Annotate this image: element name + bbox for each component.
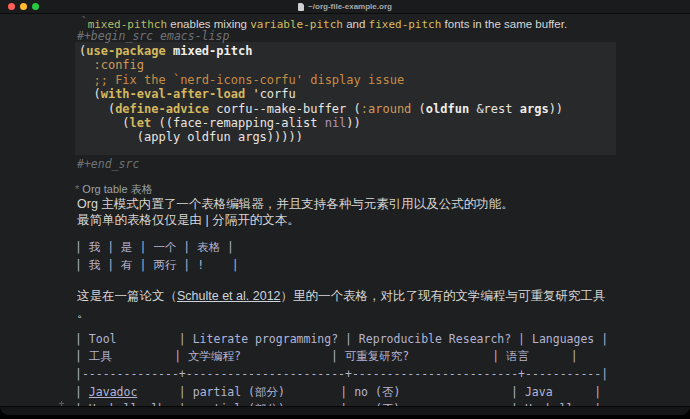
paper-table[interactable]: | Tool | Literate programming? | Reprodu… xyxy=(75,331,690,415)
text-segment: args xyxy=(520,102,549,116)
text-segment: 这是在一篇论文（ xyxy=(77,289,177,303)
text-segment: define-advice xyxy=(115,102,209,116)
text-segment: &rest xyxy=(469,102,520,116)
src-end-line[interactable]: #+end_src xyxy=(77,158,690,170)
document-icon xyxy=(298,3,304,11)
code-line[interactable]: :config xyxy=(79,58,616,72)
link-schulte-2012[interactable]: Schulte et al. 2012 xyxy=(177,289,281,303)
src-begin-line[interactable]: #+begin_src emacs-lisp xyxy=(77,30,690,42)
titlebar[interactable]: ~/org-file-example.org xyxy=(0,0,690,14)
text-segment: let xyxy=(130,116,152,130)
table-row[interactable]: | Tool | Literate programming? | Reprodu… xyxy=(75,331,690,349)
table-row[interactable]: | Javadoc | partial (部分) | no (否) | Java… xyxy=(75,384,690,402)
text-segment: )) xyxy=(346,116,360,130)
text-segment: 'corfu xyxy=(245,87,296,101)
text-segment xyxy=(79,73,93,87)
text-segment: Org table 表格 xyxy=(82,183,152,195)
text-segment: variable-pitch xyxy=(250,18,343,31)
text-segment: and xyxy=(343,18,369,30)
screen: { "window": { "title": "~/org-file-examp… xyxy=(0,0,690,419)
text-segment: | Tool | Literate programming? | Reprodu… xyxy=(75,332,608,346)
text-segment: ( xyxy=(411,102,425,116)
text-segment: | xyxy=(75,385,89,399)
code-line[interactable]: (apply oldfun args))))) xyxy=(79,130,616,144)
text-segment: with-eval-after-load xyxy=(101,87,246,101)
table-row[interactable]: | 工具 | 文学编程? | 可重复研究? | 语言 | xyxy=(75,348,690,366)
text-segment: ` xyxy=(81,15,88,28)
window-bottom-edge xyxy=(0,406,690,415)
simple-table[interactable]: | 我 | 是 | 一个 | 表格 || 我 | 有 | 两行 | ! | xyxy=(75,238,690,274)
text-segment xyxy=(166,44,173,58)
text-segment: )) xyxy=(549,102,563,116)
emacs-window: ~/org-file-example.org `mixed-pithch ena… xyxy=(0,0,690,415)
citation-paragraph[interactable]: 这是在一篇论文（Schulte et al. 2012）里的一个表格，对比了现有… xyxy=(77,288,690,305)
table-row[interactable]: | 我 | 有 | 两行 | ! | xyxy=(75,256,690,274)
paragraph-2[interactable]: 最简单的表格仅仅是由 | 分隔开的文本。 xyxy=(77,212,690,229)
intro-line[interactable]: `mixed-pithch enables mixing variable-pi… xyxy=(81,14,690,30)
code-block[interactable]: (use-package mixed-pitch :config ;; Fix … xyxy=(75,42,616,155)
text-segment: ;; Fix the `nerd-icons-corfu' display is… xyxy=(93,73,404,87)
text-segment: oldfun xyxy=(426,102,469,116)
code-line[interactable]: (use-package mixed-pitch xyxy=(79,44,616,58)
org-heading[interactable]: * Org table 表格 xyxy=(75,182,690,196)
text-segment: |--------------+-----------------------+… xyxy=(75,367,608,381)
link-javadoc[interactable]: Javadoc xyxy=(89,385,137,399)
text-segment: corfu--make-buffer ( xyxy=(209,102,361,116)
code-line[interactable]: ;; Fix the `nerd-icons-corfu' display is… xyxy=(79,73,616,87)
window-title-area: ~/org-file-example.org xyxy=(0,0,690,13)
window-title: ~/org-file-example.org xyxy=(308,2,392,11)
text-segment: mixed-pitch xyxy=(173,44,252,58)
text-segment: ( xyxy=(79,102,115,116)
table-row[interactable]: |--------------+-----------------------+… xyxy=(75,366,690,384)
code-line[interactable]: (with-eval-after-load 'corfu xyxy=(79,87,616,101)
text-segment: | 我 | 有 | 两行 | ! | xyxy=(75,258,239,272)
text-segment: :config xyxy=(93,58,144,72)
text-segment xyxy=(79,58,93,72)
text-segment: ( xyxy=(79,87,101,101)
text-segment: :around xyxy=(361,102,412,116)
code-line[interactable]: (let ((face-remapping-alist nil)) xyxy=(79,116,616,130)
code-line[interactable]: (define-advice corfu--make-buffer (:arou… xyxy=(79,102,616,116)
text-segment: nil xyxy=(325,116,347,130)
paragraph-1[interactable]: Org 主模式内置了一个表格编辑器，并且支持各种与元素引用以及公式的功能。 xyxy=(77,196,690,213)
text-segment: | 工具 | 文学编程? | 可重复研究? | 语言 | xyxy=(75,349,578,363)
text-segment: | partial (部分) | no (否) | Java | xyxy=(137,385,601,399)
text-segment: ）里的一个表格，对比了现有的文学编程与可重复研究工具 xyxy=(281,289,606,303)
citation-period-line[interactable]: 。 xyxy=(77,305,690,322)
text-segment: (apply oldfun args))))) xyxy=(79,130,303,144)
text-segment: | 我 | 是 | 一个 | 表格 | xyxy=(75,240,234,254)
text-segment: fixed-pitch xyxy=(369,18,442,31)
text-segment: use-package xyxy=(86,44,165,58)
table-row[interactable]: | 我 | 是 | 一个 | 表格 | xyxy=(75,238,690,256)
text-segment: fonts in the same buffer. xyxy=(441,18,567,30)
editor-buffer[interactable]: `mixed-pithch enables mixing variable-pi… xyxy=(0,14,690,415)
text-segment: ( xyxy=(79,116,130,130)
text-segment: ((face-remapping-alist xyxy=(151,116,324,130)
